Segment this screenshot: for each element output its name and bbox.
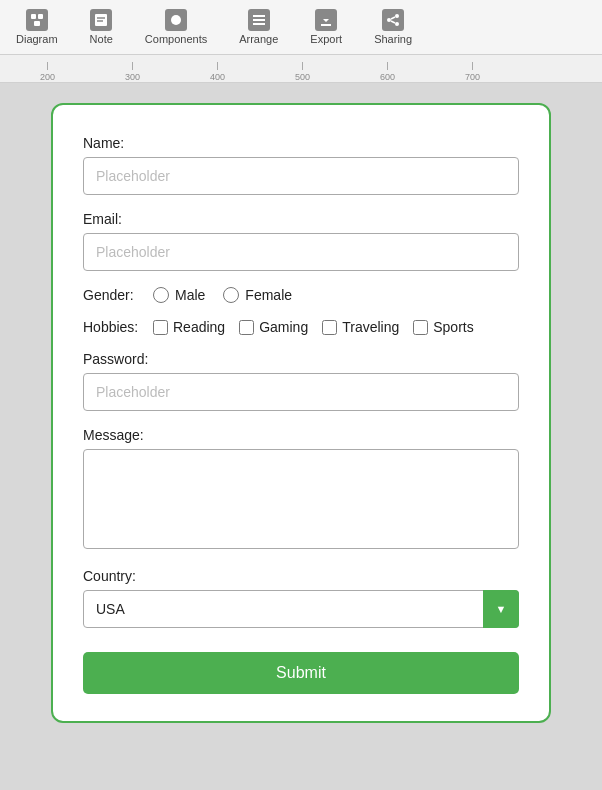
ruler: 200 300 400 500 600 700 xyxy=(0,55,602,83)
ruler-mark-500: 500 xyxy=(260,62,345,82)
svg-rect-7 xyxy=(253,15,265,17)
toolbar-diagram-label: Diagram xyxy=(16,33,58,45)
ruler-mark-700: 700 xyxy=(430,62,515,82)
diagram-icon xyxy=(26,9,48,31)
hobbies-row: Hobbies: Reading Gaming Traveling Sports xyxy=(83,319,519,335)
canvas-area: Name: Email: Gender: Male Female xyxy=(0,83,602,790)
gender-male-option[interactable]: Male xyxy=(153,287,205,303)
name-group: Name: xyxy=(83,135,519,195)
hobby-gaming-option[interactable]: Gaming xyxy=(239,319,308,335)
toolbar-components-label: Components xyxy=(145,33,207,45)
gender-options: Male Female xyxy=(153,287,292,303)
ruler-mark-600: 600 xyxy=(345,62,430,82)
message-textarea[interactable] xyxy=(83,449,519,549)
toolbar-components[interactable]: Components xyxy=(139,5,213,49)
svg-rect-3 xyxy=(95,14,107,26)
ruler-mark-200: 200 xyxy=(5,62,90,82)
ruler-label-300: 300 xyxy=(125,72,140,82)
svg-line-13 xyxy=(391,17,395,19)
sharing-icon xyxy=(382,9,404,31)
svg-point-11 xyxy=(395,14,399,18)
name-label: Name: xyxy=(83,135,519,151)
toolbar-sharing[interactable]: Sharing xyxy=(368,5,418,49)
ruler-label-500: 500 xyxy=(295,72,310,82)
gender-row: Gender: Male Female xyxy=(83,287,519,303)
toolbar-arrange[interactable]: Arrange xyxy=(233,5,284,49)
password-group: Password: xyxy=(83,351,519,411)
svg-point-6 xyxy=(171,15,181,25)
components-icon xyxy=(165,9,187,31)
submit-button[interactable]: Submit xyxy=(83,652,519,694)
gender-label: Gender: xyxy=(83,287,153,303)
toolbar-arrange-label: Arrange xyxy=(239,33,278,45)
toolbar-export[interactable]: Export xyxy=(304,5,348,49)
svg-rect-0 xyxy=(31,14,36,19)
toolbar-note[interactable]: Note xyxy=(84,5,119,49)
email-input[interactable] xyxy=(83,233,519,271)
toolbar: Diagram Note Components Arrange Export S… xyxy=(0,0,602,55)
country-group: Country: USA Canada UK Australia Germany xyxy=(83,568,519,628)
name-input[interactable] xyxy=(83,157,519,195)
hobby-reading-label: Reading xyxy=(173,319,225,335)
password-label: Password: xyxy=(83,351,519,367)
message-group: Message: xyxy=(83,427,519,552)
message-label: Message: xyxy=(83,427,519,443)
hobby-reading-checkbox[interactable] xyxy=(153,320,168,335)
password-input[interactable] xyxy=(83,373,519,411)
gender-female-radio[interactable] xyxy=(223,287,239,303)
gender-female-label: Female xyxy=(245,287,292,303)
gender-male-radio[interactable] xyxy=(153,287,169,303)
email-group: Email: xyxy=(83,211,519,271)
hobby-sports-option[interactable]: Sports xyxy=(413,319,473,335)
hobby-gaming-label: Gaming xyxy=(259,319,308,335)
hobby-gaming-checkbox[interactable] xyxy=(239,320,254,335)
country-select[interactable]: USA Canada UK Australia Germany xyxy=(83,590,519,628)
hobby-traveling-option[interactable]: Traveling xyxy=(322,319,399,335)
country-label: Country: xyxy=(83,568,519,584)
ruler-marks: 200 300 400 500 600 700 xyxy=(0,55,515,82)
gender-male-label: Male xyxy=(175,287,205,303)
svg-rect-2 xyxy=(34,21,40,26)
svg-point-10 xyxy=(387,18,391,22)
toolbar-export-label: Export xyxy=(310,33,342,45)
ruler-label-600: 600 xyxy=(380,72,395,82)
ruler-label-200: 200 xyxy=(40,72,55,82)
hobby-reading-option[interactable]: Reading xyxy=(153,319,225,335)
svg-line-14 xyxy=(391,21,395,23)
hobby-sports-checkbox[interactable] xyxy=(413,320,428,335)
hobbies-label: Hobbies: xyxy=(83,319,153,335)
svg-point-12 xyxy=(395,22,399,26)
svg-rect-1 xyxy=(38,14,43,19)
arrange-icon xyxy=(248,9,270,31)
hobby-traveling-checkbox[interactable] xyxy=(322,320,337,335)
export-icon xyxy=(315,9,337,31)
svg-rect-9 xyxy=(253,23,265,25)
ruler-mark-400: 400 xyxy=(175,62,260,82)
country-select-wrapper: USA Canada UK Australia Germany xyxy=(83,590,519,628)
hobbies-options: Reading Gaming Traveling Sports xyxy=(153,319,474,335)
email-label: Email: xyxy=(83,211,519,227)
ruler-mark-300: 300 xyxy=(90,62,175,82)
hobby-traveling-label: Traveling xyxy=(342,319,399,335)
gender-female-option[interactable]: Female xyxy=(223,287,292,303)
svg-rect-8 xyxy=(253,19,265,21)
toolbar-diagram[interactable]: Diagram xyxy=(10,5,64,49)
note-icon xyxy=(90,9,112,31)
toolbar-note-label: Note xyxy=(90,33,113,45)
form-card: Name: Email: Gender: Male Female xyxy=(51,103,551,723)
hobby-sports-label: Sports xyxy=(433,319,473,335)
ruler-label-700: 700 xyxy=(465,72,480,82)
toolbar-sharing-label: Sharing xyxy=(374,33,412,45)
ruler-label-400: 400 xyxy=(210,72,225,82)
